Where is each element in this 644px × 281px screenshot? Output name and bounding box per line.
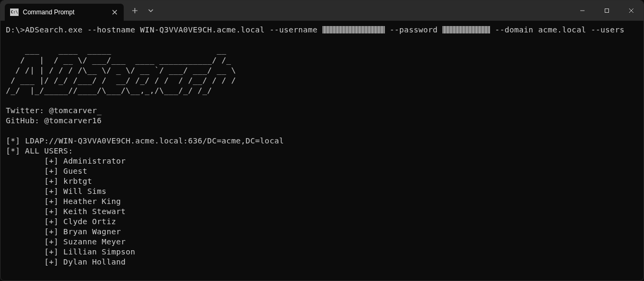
ascii-art: ___ ____ _____ __ / | / __ \/ ___/___ __… xyxy=(6,46,236,95)
cmd-domain-flag: --domain xyxy=(490,25,538,34)
ldap-url: LDAP://WIN-Q3VVA0VE9CH.acme.local:636/DC… xyxy=(25,137,284,145)
tab-command-prompt[interactable]: Command Prompt xyxy=(5,4,124,21)
tab-title: Command Prompt xyxy=(23,8,74,16)
github-handle: @tomcarver16 xyxy=(44,116,101,125)
terminal-output[interactable]: D:\>ADSearch.exe --hostname WIN-Q3VVA0VE… xyxy=(1,21,643,271)
users-header: [*] ALL USERS: xyxy=(6,147,73,155)
maximize-button[interactable] xyxy=(595,1,619,21)
prompt: D:\> xyxy=(6,25,25,34)
cmd-password-flag: --password xyxy=(385,25,442,34)
close-tab-button[interactable] xyxy=(110,7,119,17)
users-list: [+] Administrator [+] Guest [+] krbtgt [… xyxy=(6,157,135,266)
cmd-domain: acme.local xyxy=(538,25,586,34)
cmd-icon xyxy=(10,8,19,16)
new-tab-button[interactable] xyxy=(127,3,143,19)
tab-area: Command Prompt xyxy=(1,1,159,21)
cmd-users-flag: --users xyxy=(586,25,624,34)
cmd-username-flag: --username xyxy=(265,25,322,34)
redacted-password xyxy=(442,26,490,33)
svg-rect-0 xyxy=(605,9,609,13)
cmd-exe: ADSearch.exe xyxy=(25,25,82,34)
github-label: GitHub: xyxy=(6,116,44,125)
minimize-button[interactable] xyxy=(570,1,595,21)
cmd-hostname: WIN-Q3VVA0VE9CH.acme.local xyxy=(140,25,265,34)
window-controls xyxy=(570,1,643,21)
tab-dropdown-button[interactable] xyxy=(143,3,159,19)
close-window-button[interactable] xyxy=(619,1,643,21)
twitter-handle: @tomcarver_ xyxy=(49,106,101,115)
twitter-label: Twitter: xyxy=(6,106,49,115)
cmd-hostname-flag: --hostname xyxy=(82,25,140,34)
titlebar: Command Prompt xyxy=(1,1,643,21)
ldap-prefix: [*] xyxy=(6,137,25,145)
redacted-username xyxy=(322,26,385,33)
tab-content: Command Prompt xyxy=(10,8,74,16)
